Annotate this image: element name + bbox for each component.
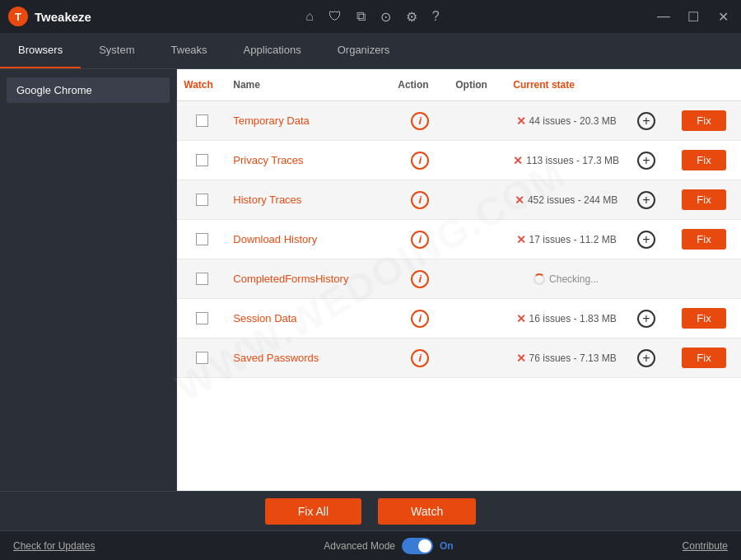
- toggle-knob: [418, 539, 431, 553]
- advanced-mode-label: Advanced Mode: [324, 540, 395, 552]
- th-action: Action: [391, 76, 449, 94]
- app-logo: T: [8, 7, 28, 26]
- fix-button-3[interactable]: Fix: [682, 189, 725, 210]
- shield-icon[interactable]: 🛡: [329, 9, 342, 24]
- name-cell-7: Saved Passwords: [226, 345, 391, 371]
- table-row: Saved Passwords i ✕ 76 issues - 7.13 MB …: [177, 338, 741, 378]
- info-icon-1[interactable]: i: [411, 112, 429, 130]
- item-name-1: Temporary Data: [233, 114, 309, 127]
- watch-checkbox-1[interactable]: [196, 114, 208, 127]
- option-cell-3: [449, 194, 506, 207]
- name-cell-3: History Traces: [226, 187, 391, 212]
- window-controls: — ☐ ✕: [654, 9, 733, 25]
- status-issues-3: 452 issues - 244 MB: [528, 194, 618, 206]
- watch-button[interactable]: Watch: [378, 498, 476, 525]
- plus-button-6[interactable]: +: [637, 310, 655, 328]
- status-text-6: ✕ 16 issues - 1.83 MB: [516, 312, 617, 325]
- status-bar: Check for Updates Advanced Mode On Contr…: [0, 530, 741, 560]
- check-for-updates-link[interactable]: Check for Updates: [13, 540, 95, 552]
- plus-cell-5: [626, 273, 667, 286]
- info-icon-6[interactable]: i: [411, 310, 429, 328]
- watch-cell-1: [177, 108, 226, 133]
- plus-button-3[interactable]: +: [637, 191, 655, 209]
- table-row: Session Data i ✕ 16 issues - 1.83 MB + F…: [177, 299, 741, 338]
- tab-bar: Browsers System Tweaks Applications Orga…: [0, 33, 741, 69]
- contribute-link[interactable]: Contribute: [683, 540, 728, 552]
- plus-button-4[interactable]: +: [637, 231, 655, 249]
- item-name-2: Privacy Traces: [233, 154, 303, 166]
- watch-cell-4: [177, 226, 226, 252]
- home-icon[interactable]: ⌂: [305, 9, 314, 24]
- plus-button-1[interactable]: +: [637, 112, 655, 130]
- sidebar-item-label: Google Chrome: [16, 84, 92, 96]
- status-x-6: ✕: [516, 312, 526, 325]
- help-icon[interactable]: ?: [432, 9, 440, 24]
- action-cell-3: i: [391, 184, 449, 216]
- clock-icon[interactable]: ⊙: [380, 9, 391, 25]
- option-cell-1: [449, 114, 506, 128]
- tab-applications[interactable]: Applications: [226, 33, 319, 68]
- status-cell-4: ✕ 17 issues - 11.2 MB: [506, 226, 626, 253]
- info-icon-2[interactable]: i: [411, 152, 429, 170]
- fix-cell-5: [667, 273, 741, 286]
- title-bar-icons: ⌂ 🛡 ⧉ ⊙ ⚙ ?: [91, 9, 654, 25]
- watch-cell-5: [177, 266, 226, 292]
- option-cell-6: [449, 312, 506, 325]
- status-cell-1: ✕ 44 issues - 20.3 MB: [506, 108, 626, 134]
- tab-organizers[interactable]: Organizers: [319, 33, 408, 68]
- tab-system[interactable]: System: [81, 33, 152, 68]
- fix-button-1[interactable]: Fix: [682, 110, 725, 131]
- action-cell-5: i: [391, 264, 449, 295]
- info-icon-5[interactable]: i: [411, 270, 429, 288]
- th-action-btn: [667, 76, 741, 94]
- option-cell-5: [449, 273, 506, 286]
- info-icon-7[interactable]: i: [411, 349, 429, 367]
- gear-icon[interactable]: ⚙: [406, 9, 417, 25]
- title-bar-left: T Tweakeze: [8, 7, 91, 26]
- info-icon-3[interactable]: i: [411, 191, 429, 209]
- item-name-5a: Completed: [233, 273, 285, 285]
- status-issues-1: 44 issues - 20.3 MB: [529, 115, 617, 127]
- close-button[interactable]: ✕: [713, 9, 733, 25]
- main-content: Google Chrome Watch Name Action Option C…: [0, 69, 741, 491]
- watch-checkbox-5[interactable]: [196, 273, 208, 285]
- fix-button-2[interactable]: Fix: [682, 150, 725, 170]
- watch-checkbox-3[interactable]: [196, 194, 208, 206]
- tab-browsers[interactable]: Browsers: [0, 33, 81, 68]
- toggle-switch[interactable]: [402, 538, 433, 554]
- plus-cell-7: +: [626, 343, 667, 374]
- action-cell-6: i: [391, 303, 449, 334]
- fix-button-4[interactable]: Fix: [682, 229, 725, 250]
- item-name-6: Session Data: [233, 312, 296, 324]
- fix-button-6[interactable]: Fix: [682, 308, 725, 329]
- status-text-4: ✕ 17 issues - 11.2 MB: [516, 233, 617, 246]
- fix-cell-7: Fix: [667, 341, 741, 375]
- spinner-5: [534, 273, 545, 285]
- status-issues-6: 16 issues - 1.83 MB: [529, 313, 617, 324]
- minimize-button[interactable]: —: [654, 9, 673, 24]
- fix-all-button[interactable]: Fix All: [265, 498, 361, 525]
- watch-checkbox-4[interactable]: [196, 233, 208, 245]
- action-cell-4: i: [391, 224, 449, 255]
- fix-button-7[interactable]: Fix: [682, 348, 725, 368]
- plus-button-7[interactable]: +: [637, 349, 655, 367]
- advanced-mode-toggle: Advanced Mode On: [324, 538, 453, 554]
- action-cell-2: i: [391, 145, 449, 176]
- fix-cell-4: Fix: [667, 222, 741, 256]
- bottom-buttons: Fix All Watch: [0, 491, 741, 530]
- info-icon-4[interactable]: i: [411, 231, 429, 249]
- th-plus: [626, 76, 667, 94]
- copy-icon[interactable]: ⧉: [357, 9, 366, 24]
- watch-checkbox-6[interactable]: [196, 312, 208, 324]
- sidebar-item-google-chrome[interactable]: Google Chrome: [7, 77, 170, 103]
- plus-cell-4: +: [626, 224, 667, 255]
- watch-checkbox-7[interactable]: [196, 352, 208, 364]
- status-cell-3: ✕ 452 issues - 244 MB: [506, 187, 626, 213]
- maximize-button[interactable]: ☐: [683, 9, 703, 25]
- plus-button-2[interactable]: +: [637, 152, 655, 170]
- table-area: Watch Name Action Option Current state T…: [177, 69, 741, 491]
- tab-tweaks[interactable]: Tweaks: [153, 33, 226, 68]
- table-header: Watch Name Action Option Current state: [177, 69, 741, 101]
- watch-checkbox-2[interactable]: [196, 154, 208, 166]
- fix-cell-3: Fix: [667, 183, 741, 217]
